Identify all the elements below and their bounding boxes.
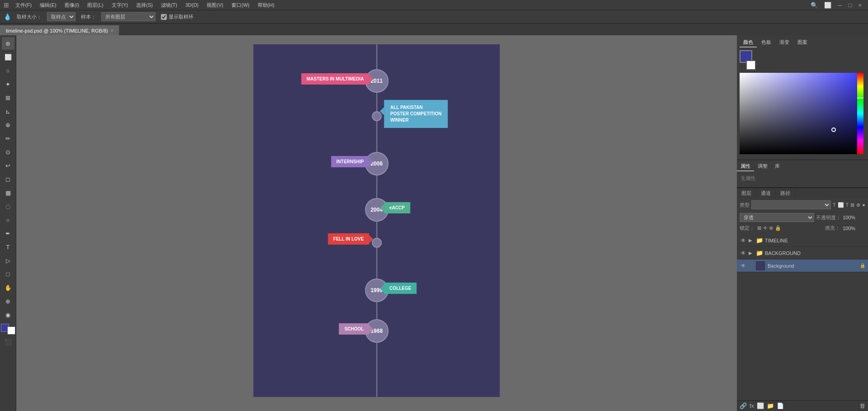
- fell-label-wrapper: FELL IN LOVE: [328, 233, 369, 245]
- tab-color[interactable]: 颜色: [740, 38, 757, 47]
- eaccp-arrow: [380, 204, 384, 212]
- menu-filter[interactable]: 滤镜(T): [157, 1, 181, 9]
- eraser-tool[interactable]: ◻: [2, 173, 14, 185]
- hand-tool[interactable]: ✋: [2, 281, 14, 294]
- new-group-icon[interactable]: 📁: [767, 402, 774, 409]
- background-color[interactable]: [746, 60, 756, 70]
- fell-label: FELL IN LOVE: [328, 233, 369, 245]
- masters-label-wrapper: MASTERS IN MULTIMEDIA: [301, 73, 369, 85]
- menu-3d[interactable]: 3D(D): [182, 1, 202, 9]
- menu-layer[interactable]: 图层(L): [84, 1, 107, 9]
- layer-lock-icon: 🔒: [860, 263, 865, 268]
- document-tab[interactable]: timeline-psd.psd @ 100% (TIMELINE, RGB/8…: [0, 25, 119, 35]
- lock-all-icon[interactable]: 🔒: [775, 225, 781, 231]
- blend-mode-select[interactable]: 穿透: [740, 213, 814, 222]
- pakistan-arrow-left: [380, 107, 384, 115]
- school-label-wrapper: SCHOOL: [339, 323, 369, 335]
- tab-swatches[interactable]: 色板: [758, 38, 775, 47]
- menu-view[interactable]: 视图(V): [203, 1, 227, 9]
- maximize-icon[interactable]: □: [846, 2, 855, 9]
- layer-type-select[interactable]: [751, 200, 831, 209]
- lasso-tool[interactable]: ○: [2, 64, 14, 77]
- healing-tool[interactable]: ⊕: [2, 118, 14, 131]
- pen-tool[interactable]: ✒: [2, 227, 14, 240]
- crop-tool[interactable]: ⊠: [2, 91, 14, 104]
- lock-pixels-icon[interactable]: ⊠: [757, 225, 761, 231]
- layer-vis-icon3[interactable]: 👁: [740, 263, 747, 269]
- bg-color[interactable]: [7, 326, 15, 335]
- tab-adjustments[interactable]: 调整: [754, 162, 771, 171]
- zoom-tool[interactable]: ⊕: [2, 295, 14, 307]
- lock-position-icon[interactable]: ✛: [763, 225, 767, 231]
- menu-file[interactable]: 文件(F): [12, 1, 35, 9]
- zoom-icon[interactable]: ⬜: [821, 2, 834, 9]
- tab-gradient[interactable]: 渐变: [776, 38, 793, 47]
- tab-pattern[interactable]: 图案: [794, 38, 811, 47]
- layer-expand-icon[interactable]: ▶: [749, 238, 754, 243]
- menu-help[interactable]: 帮助(H): [254, 1, 278, 9]
- tab-properties[interactable]: 属性: [737, 162, 754, 171]
- fill-label: 填充：: [825, 225, 840, 231]
- delete-layer-icon[interactable]: 🗑: [859, 402, 865, 409]
- shape-tool[interactable]: □: [2, 268, 14, 280]
- add-style-icon[interactable]: fx: [750, 402, 754, 409]
- lock-artboard-icon[interactable]: ⊕: [769, 225, 773, 231]
- eyedropper-tool[interactable]: ⊾: [2, 105, 14, 118]
- clone-tool[interactable]: ⊙: [2, 146, 14, 158]
- folder-icon2: 📁: [756, 250, 763, 256]
- lock-row: 锁定： ⊠ ✛ ⊕ 🔒 填充： 100%: [737, 224, 868, 232]
- layer-background[interactable]: 👁 Background 🔒: [737, 260, 868, 272]
- internship-label: INTERNSHIP: [331, 156, 369, 167]
- layer-expand-icon2[interactable]: ▶: [749, 250, 754, 255]
- menu-text[interactable]: 文字(Y): [108, 1, 132, 9]
- link-layers-icon[interactable]: 🔗: [740, 402, 747, 409]
- new-layer-icon[interactable]: 📄: [777, 402, 784, 409]
- layer-timeline[interactable]: 👁 ▶ 📁 TIMELINE: [737, 234, 868, 247]
- add-mask-icon[interactable]: ⬜: [757, 402, 764, 409]
- dodge-tool[interactable]: ○: [2, 213, 14, 226]
- menu-image[interactable]: 图像(I): [61, 1, 83, 9]
- layer-vis-icon2[interactable]: 👁: [740, 250, 747, 256]
- path-select-tool[interactable]: ▷: [2, 254, 14, 267]
- tab-layers[interactable]: 图层: [737, 188, 756, 198]
- search-icon[interactable]: 🔍: [808, 2, 821, 9]
- brush-tool[interactable]: ✏: [2, 132, 14, 145]
- tab-channels[interactable]: 通道: [756, 188, 776, 198]
- menu-select[interactable]: 选择(S): [132, 1, 156, 9]
- tab-library[interactable]: 库: [771, 162, 783, 171]
- layer-filter-icon6: ●: [862, 202, 865, 208]
- school-arrow: [369, 325, 373, 333]
- layer-vis-icon[interactable]: 👁: [740, 237, 747, 244]
- layer-name: TIMELINE: [765, 238, 865, 243]
- screen-mode[interactable]: ⬛: [2, 335, 14, 348]
- sample-size-select[interactable]: 取样点: [47, 12, 75, 21]
- blur-tool[interactable]: ◌: [2, 200, 14, 213]
- left-toolbar: ⊕ ⬜ ○ ✦ ⊠ ⊾ ⊕ ✏ ⊙ ↩ ◻ ▦ ◌ ○ ✒ T ▷ □ ✋ ⊕ …: [0, 35, 16, 411]
- history-brush[interactable]: ↩: [2, 159, 14, 172]
- hue-slider[interactable]: [857, 73, 863, 154]
- layer-filter-icon3: T: [846, 202, 849, 208]
- minimize-icon[interactable]: ─: [835, 2, 844, 9]
- gradient-tool[interactable]: ▦: [2, 186, 14, 199]
- tab-bar: timeline-psd.psd @ 100% (TIMELINE, RGB/8…: [0, 24, 868, 35]
- layer-background-group[interactable]: 👁 ▶ 📁 BACKGROUND: [737, 247, 868, 260]
- menu-edit[interactable]: 编辑(E): [36, 1, 60, 9]
- tab-paths[interactable]: 路径: [776, 188, 795, 198]
- quick-mask[interactable]: ◉: [2, 308, 14, 321]
- show-ring-label[interactable]: 显示取样环: [161, 14, 193, 20]
- eaccp-label: eACCP: [384, 202, 410, 213]
- toolbar: 💧 取样大小： 取样点 样本： 所有图层 显示取样环: [0, 10, 868, 24]
- move-tool[interactable]: ⊕: [2, 37, 14, 50]
- close-icon[interactable]: ×: [855, 2, 864, 9]
- color-gradient-main[interactable]: [740, 73, 857, 154]
- text-tool[interactable]: T: [2, 241, 14, 253]
- magic-wand-tool[interactable]: ✦: [2, 78, 14, 90]
- tab-close-button[interactable]: ×: [111, 28, 113, 33]
- selection-tool[interactable]: ⬜: [2, 51, 14, 63]
- folder-icon: 📁: [756, 237, 763, 244]
- sample-select[interactable]: 所有图层: [101, 12, 156, 21]
- layer-name3: Background: [768, 263, 858, 269]
- menu-window[interactable]: 窗口(W): [228, 1, 253, 9]
- masters-label: MASTERS IN MULTIMEDIA: [301, 73, 369, 85]
- show-ring-checkbox[interactable]: [161, 14, 167, 20]
